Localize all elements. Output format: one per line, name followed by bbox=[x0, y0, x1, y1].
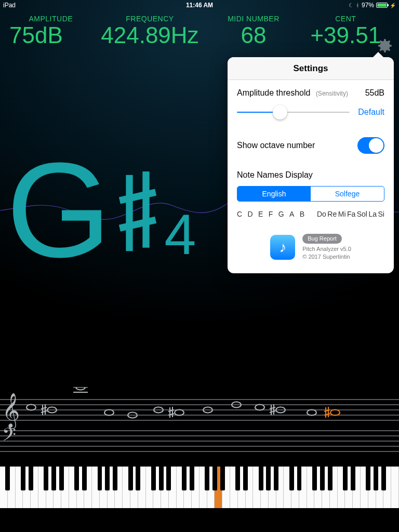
note-label: A bbox=[289, 210, 294, 218]
svg-point-16 bbox=[26, 405, 36, 410]
status-bar: iPad 11:46 AM ☾ ᚼ 97% ⚡ bbox=[0, 0, 399, 10]
black-key[interactable] bbox=[297, 467, 302, 490]
svg-text:𝄢: 𝄢 bbox=[2, 424, 16, 449]
black-key[interactable] bbox=[266, 467, 271, 490]
black-key[interactable] bbox=[166, 467, 171, 490]
app-version: Pitch Analyzer v5.0 bbox=[302, 246, 351, 252]
app-icon: ♪ bbox=[270, 235, 295, 260]
note-label: Si bbox=[378, 210, 384, 218]
black-key[interactable] bbox=[82, 467, 87, 490]
status-right: ☾ ᚼ 97% ⚡ bbox=[265, 2, 396, 9]
clock: 11:46 AM bbox=[134, 2, 265, 9]
segment-solfege[interactable]: Solfege bbox=[311, 187, 384, 201]
black-key[interactable] bbox=[136, 467, 140, 490]
note-names-segmented[interactable]: English Solfege bbox=[237, 186, 384, 202]
bug-report-button[interactable]: Bug Report bbox=[302, 234, 342, 244]
svg-point-41 bbox=[307, 410, 316, 416]
black-key[interactable] bbox=[212, 467, 217, 490]
note-label: Re bbox=[327, 210, 337, 218]
black-key[interactable] bbox=[312, 467, 317, 490]
note-names-label: Note Names Display bbox=[237, 170, 384, 180]
note-label: Do bbox=[317, 210, 326, 218]
black-key[interactable] bbox=[259, 467, 263, 490]
frequency-value: 424.89Hz bbox=[101, 23, 198, 48]
black-key[interactable] bbox=[289, 467, 294, 490]
black-key[interactable] bbox=[51, 467, 56, 490]
black-key[interactable] bbox=[151, 467, 156, 490]
black-key[interactable] bbox=[5, 467, 10, 490]
svg-point-46 bbox=[330, 410, 340, 416]
note-label: E bbox=[258, 210, 263, 218]
device-label: iPad bbox=[3, 2, 134, 9]
battery-percent: 97% bbox=[362, 2, 374, 9]
svg-line-39 bbox=[270, 411, 275, 413]
black-key[interactable] bbox=[98, 467, 102, 490]
svg-point-32 bbox=[175, 410, 184, 416]
black-key[interactable] bbox=[74, 467, 79, 490]
amplitude-threshold-value: 55dB bbox=[365, 88, 384, 98]
amplitude-value: 75dB bbox=[9, 23, 63, 48]
piano-keyboard[interactable] bbox=[0, 467, 399, 508]
note-label: G bbox=[278, 210, 284, 218]
black-key[interactable] bbox=[159, 467, 164, 490]
frequency-readout: FREQUENCY 424.89Hz bbox=[92, 15, 208, 48]
black-key[interactable] bbox=[113, 467, 117, 490]
settings-title: Settings bbox=[228, 57, 394, 80]
frequency-label: FREQUENCY bbox=[126, 15, 174, 23]
black-key[interactable] bbox=[274, 467, 278, 490]
black-key[interactable] bbox=[59, 467, 64, 490]
cent-value: +39.51 bbox=[310, 23, 381, 48]
black-key[interactable] bbox=[343, 467, 348, 490]
note-letter: G bbox=[6, 156, 111, 264]
note-label: C bbox=[237, 210, 242, 218]
black-key[interactable] bbox=[381, 467, 386, 490]
black-key[interactable] bbox=[29, 467, 33, 490]
black-key[interactable] bbox=[182, 467, 187, 490]
note-label: B bbox=[300, 210, 304, 218]
black-key[interactable] bbox=[235, 467, 240, 490]
note-label: Sol bbox=[357, 210, 367, 218]
svg-point-25 bbox=[104, 410, 114, 416]
black-key[interactable] bbox=[44, 467, 48, 490]
music-staff: 𝄞 𝄢 bbox=[0, 387, 399, 462]
settings-popover: Settings Amplitude threshold (Sensitivit… bbox=[228, 57, 394, 273]
note-label: La bbox=[368, 210, 377, 218]
battery-icon bbox=[376, 3, 388, 8]
svg-point-35 bbox=[255, 405, 264, 410]
svg-text:𝄞: 𝄞 bbox=[2, 393, 20, 429]
segment-english[interactable]: English bbox=[237, 187, 311, 201]
bluetooth-icon: ᚼ bbox=[356, 2, 360, 8]
black-key[interactable] bbox=[328, 467, 332, 490]
black-key[interactable] bbox=[366, 467, 370, 490]
midi-label: MIDI NUMBER bbox=[228, 15, 280, 23]
midi-value: 68 bbox=[241, 23, 266, 48]
copyright: © 2017 Supertintin bbox=[302, 254, 350, 260]
default-button[interactable]: Default bbox=[358, 108, 384, 117]
sensitivity-label: (Sensitivity) bbox=[316, 90, 348, 97]
black-key[interactable] bbox=[205, 467, 209, 490]
note-label: F bbox=[269, 210, 273, 218]
black-key[interactable] bbox=[220, 467, 225, 490]
black-key[interactable] bbox=[190, 467, 194, 490]
black-key[interactable] bbox=[105, 467, 110, 490]
svg-line-38 bbox=[270, 407, 275, 409]
show-octave-label: Show octave number bbox=[237, 141, 315, 150]
charging-icon: ⚡ bbox=[390, 3, 396, 8]
note-label: Mi bbox=[338, 210, 346, 218]
amplitude-threshold-label: Amplitude threshold (Sensitivity) bbox=[237, 88, 348, 98]
amplitude-label: AMPLITUDE bbox=[29, 15, 73, 23]
svg-line-3 bbox=[120, 220, 156, 228]
bottom-bar bbox=[0, 508, 399, 532]
black-key[interactable] bbox=[21, 467, 25, 490]
black-key[interactable] bbox=[128, 467, 133, 490]
black-key[interactable] bbox=[374, 467, 378, 490]
note-label: D bbox=[248, 210, 253, 218]
black-key[interactable] bbox=[243, 467, 248, 490]
show-octave-toggle[interactable] bbox=[357, 137, 384, 154]
readouts-row: AMPLITUDE 75dB FREQUENCY 424.89Hz MIDI N… bbox=[0, 15, 399, 48]
do-not-disturb-icon: ☾ bbox=[349, 2, 354, 9]
black-key[interactable] bbox=[351, 467, 355, 490]
amplitude-threshold-slider[interactable] bbox=[237, 105, 350, 119]
black-key[interactable] bbox=[320, 467, 325, 490]
white-key[interactable] bbox=[391, 467, 399, 508]
